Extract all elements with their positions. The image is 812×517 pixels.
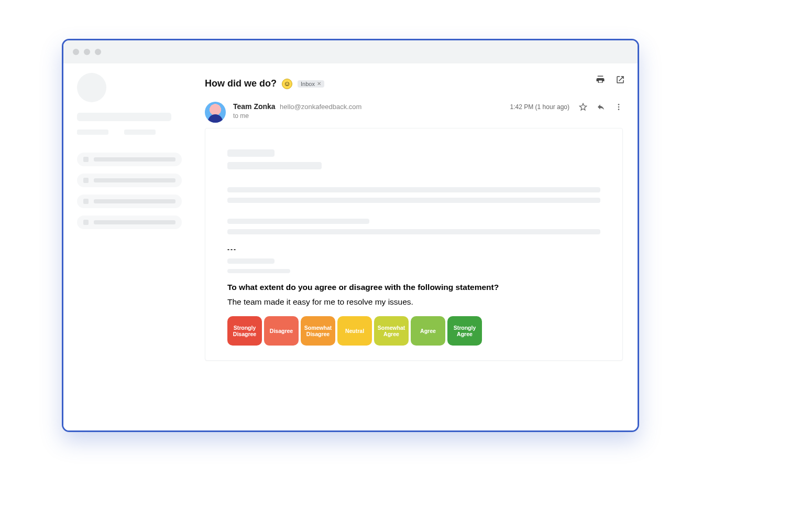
print-icon[interactable]	[596, 75, 605, 84]
label-chip-inbox[interactable]: Inbox ✕	[298, 80, 324, 88]
body-placeholder-line	[227, 219, 369, 224]
survey-question: To what extent do you agree or disagree …	[227, 283, 600, 292]
browser-window: How did we do? ☺ Inbox ✕ Team Zonka hell…	[62, 39, 639, 432]
window-maximize-dot[interactable]	[95, 49, 101, 55]
sender-avatar[interactable]	[205, 102, 226, 123]
likert-option-3[interactable]: Somewhat Disagree	[301, 316, 335, 346]
window-close-dot[interactable]	[73, 49, 79, 55]
window-title-bar	[63, 40, 638, 63]
sidebar-sub-placeholder	[77, 130, 108, 135]
likert-scale: Strongly DisagreeDisagreeSomewhat Disagr…	[227, 316, 600, 346]
sender-name[interactable]: Team Zonka	[233, 102, 276, 111]
sidebar-item-placeholder[interactable]	[77, 195, 182, 208]
email-body-card: --- To what extent do you agree or disag…	[205, 128, 623, 361]
body-placeholder-line	[227, 229, 600, 234]
email-timestamp: 1:42 PM (1 hour ago)	[510, 103, 569, 111]
sender-email[interactable]: hello@zonkafeedback.com	[280, 103, 361, 111]
email-subject: How did we do?	[205, 78, 277, 89]
smiley-emoji-icon: ☺	[282, 79, 292, 89]
content-divider: ---	[227, 246, 600, 253]
star-icon[interactable]	[579, 103, 587, 111]
likert-option-4[interactable]: Neutral	[337, 316, 372, 346]
svg-point-2	[618, 109, 620, 110]
sidebar-item-placeholder[interactable]	[77, 216, 182, 229]
window-minimize-dot[interactable]	[84, 49, 90, 55]
body-placeholder-line	[227, 149, 275, 157]
reply-icon[interactable]	[597, 103, 605, 111]
likert-option-5[interactable]: Somewhat Agree	[374, 316, 409, 346]
svg-point-0	[618, 104, 620, 105]
body-placeholder-line	[227, 187, 600, 192]
likert-option-2[interactable]: Disagree	[264, 316, 299, 346]
sidebar-item-placeholder[interactable]	[77, 174, 182, 187]
email-main: How did we do? ☺ Inbox ✕ Team Zonka hell…	[200, 63, 638, 430]
svg-point-1	[618, 106, 620, 108]
sidebar-sub-placeholder	[124, 130, 156, 135]
likert-option-6[interactable]: Agree	[411, 316, 445, 346]
body-placeholder-line	[227, 162, 322, 169]
open-new-window-icon[interactable]	[616, 75, 625, 84]
signature-placeholder-line	[227, 258, 275, 264]
label-chip-text: Inbox	[301, 81, 315, 87]
likert-option-7[interactable]: Strongly Agree	[447, 316, 482, 346]
likert-option-1[interactable]: Strongly Disagree	[227, 316, 262, 346]
signature-placeholder-line	[227, 269, 290, 273]
app-logo-placeholder	[77, 73, 106, 102]
sidebar-heading-placeholder	[77, 113, 171, 121]
sidebar-item-placeholder[interactable]	[77, 153, 182, 166]
more-vertical-icon[interactable]	[615, 103, 623, 111]
sidebar	[63, 63, 200, 430]
close-icon[interactable]: ✕	[317, 81, 321, 87]
survey-statement: The team made it easy for me to resolve …	[227, 297, 600, 307]
body-placeholder-line	[227, 198, 600, 203]
recipient-line[interactable]: to me	[233, 112, 361, 120]
